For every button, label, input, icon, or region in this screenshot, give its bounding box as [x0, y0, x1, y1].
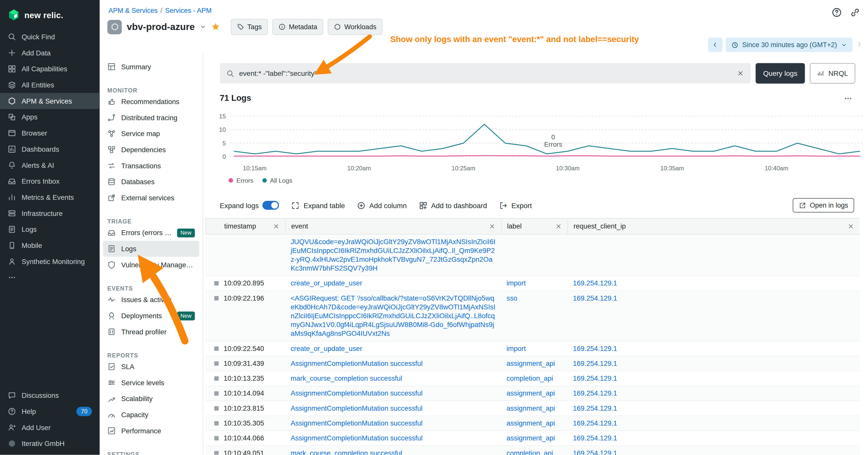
- table-row[interactable]: 10:10:13.235 mark_course_completion succ…: [206, 371, 860, 386]
- permalink-icon[interactable]: [850, 7, 861, 18]
- sidebar-item[interactable]: Alerts & AI: [0, 157, 99, 173]
- open-in-logs-button[interactable]: Open in logs: [793, 198, 854, 213]
- sidebar-item[interactable]: APM & Services: [0, 93, 99, 109]
- add-column-button[interactable]: Add column: [357, 201, 407, 209]
- subnav-item[interactable]: Dependencies: [103, 141, 199, 158]
- subnav-item[interactable]: Databases: [103, 174, 199, 190]
- expand-logs-toggle[interactable]: [262, 201, 279, 209]
- subnav-item[interactable]: Thread profiler: [103, 324, 199, 340]
- sidebar-item[interactable]: Infrastructure: [0, 205, 99, 222]
- row-marker-icon[interactable]: [214, 281, 219, 286]
- row-marker-icon[interactable]: [214, 451, 219, 455]
- subnav-item[interactable]: Deployments New: [103, 307, 199, 324]
- table-row[interactable]: 10:10:49.051 mark_course_completion succ…: [206, 446, 860, 455]
- subnav-item[interactable]: Vulnerability Management: [103, 257, 199, 273]
- label-link[interactable]: assignment_api: [506, 420, 555, 427]
- sidebar-footer-item[interactable]: Add User: [0, 420, 99, 435]
- sidebar-item[interactable]: Browser: [0, 125, 99, 141]
- ip-link[interactable]: 169.254.129.1: [573, 390, 617, 397]
- subnav-item[interactable]: Issues & activity: [103, 292, 199, 308]
- chart-more-menu-icon[interactable]: [843, 94, 852, 103]
- subnav-item[interactable]: Recommendations: [103, 94, 199, 109]
- ip-link[interactable]: 169.254.129.1: [573, 280, 617, 287]
- sidebar-item[interactable]: Dashboards: [0, 141, 99, 157]
- row-marker-icon[interactable]: [214, 377, 219, 381]
- entity-chip-button[interactable]: Tags: [230, 19, 268, 35]
- add-to-dashboard-button[interactable]: Add to dashboard: [419, 201, 487, 209]
- entity-chip-button[interactable]: Workloads: [328, 19, 382, 35]
- label-link[interactable]: import: [506, 280, 526, 287]
- subnav-item[interactable]: Capacity: [103, 407, 199, 423]
- ip-link[interactable]: 169.254.129.1: [573, 360, 617, 367]
- label-link[interactable]: assignment_api: [506, 390, 555, 397]
- event-link[interactable]: AssignmentCompletionMutation successful: [290, 434, 423, 442]
- export-button[interactable]: Export: [499, 201, 532, 209]
- ip-link[interactable]: 169.254.129.1: [573, 294, 617, 302]
- expand-table-button[interactable]: Expand table: [291, 201, 345, 209]
- sidebar-item[interactable]: Errors Inbox: [0, 173, 99, 189]
- label-link[interactable]: import: [506, 345, 526, 353]
- sidebar-footer-item[interactable]: Iterativ GmbH: [0, 435, 99, 452]
- event-link[interactable]: JUQVU&code=eyJraWQiOiJjcGltY29yZV8wOTl1M…: [290, 238, 495, 272]
- subnav-item[interactable]: Service map: [103, 126, 199, 142]
- sidebar-item[interactable]: All Capabilities: [0, 61, 99, 77]
- table-row[interactable]: 10:10:44.066 AssignmentCompletionMutatio…: [206, 431, 860, 446]
- sidebar-item[interactable]: All Entities: [0, 77, 99, 93]
- table-row[interactable]: 10:10:14.094 AssignmentCompletionMutatio…: [206, 386, 860, 401]
- entity-chip-button[interactable]: Metadata: [272, 19, 323, 35]
- logs-query-text[interactable]: event:* -"label":"security": [239, 69, 732, 77]
- ip-link[interactable]: 169.254.129.1: [573, 404, 617, 413]
- sidebar-item[interactable]: Add Data: [0, 45, 99, 61]
- event-link[interactable]: mark_course_completion successful: [290, 375, 402, 383]
- ip-link[interactable]: 169.254.129.1: [573, 420, 617, 427]
- column-header[interactable]: timestamp: [206, 219, 285, 234]
- table-row[interactable]: 10:09:22.540 create_or_update_user impor…: [206, 342, 860, 356]
- subnav-item[interactable]: SLA: [103, 358, 199, 375]
- remove-column-icon[interactable]: [273, 223, 279, 229]
- event-link[interactable]: <ASGIRequest: GET '/sso/callback/?state=…: [290, 294, 496, 337]
- time-back-button[interactable]: [708, 37, 722, 52]
- query-logs-button[interactable]: Query logs: [755, 63, 805, 84]
- table-row[interactable]: 10:09:22.196 <ASGIRequest: GET '/sso/cal…: [206, 291, 860, 342]
- label-link[interactable]: assignment_api: [506, 360, 555, 367]
- nrql-button[interactable]: NRQL: [810, 63, 855, 84]
- row-marker-icon[interactable]: [214, 296, 219, 300]
- sidebar-footer-item[interactable]: Discussions: [0, 388, 99, 403]
- table-row[interactable]: JUQVU&code=eyJraWQiOiJjcGltY29yZV8wOTl1M…: [206, 234, 860, 276]
- ip-link[interactable]: 169.254.129.1: [573, 375, 617, 383]
- subnav-item[interactable]: Distributed tracing: [103, 109, 199, 126]
- sidebar-item[interactable]: Synthetic Monitoring: [0, 254, 99, 269]
- entity-switcher-chevron-icon[interactable]: [199, 24, 206, 30]
- event-link[interactable]: AssignmentCompletionMutation successful: [290, 390, 423, 397]
- breadcrumb-link-apm[interactable]: APM & Services: [108, 6, 158, 14]
- subnav-item[interactable]: Errors (errors inb... New: [103, 225, 199, 241]
- ip-link[interactable]: 169.254.129.1: [573, 450, 617, 455]
- label-link[interactable]: sso: [506, 294, 518, 302]
- label-link[interactable]: assignment_api: [506, 404, 555, 413]
- label-link[interactable]: completion_api: [506, 375, 553, 383]
- subnav-item[interactable]: Summary: [103, 59, 199, 75]
- column-header[interactable]: label: [501, 219, 567, 234]
- row-marker-icon[interactable]: [214, 436, 219, 441]
- row-marker-icon[interactable]: [214, 391, 219, 396]
- sidebar-item[interactable]: [0, 269, 99, 286]
- sidebar-footer-item[interactable]: Help 70: [0, 403, 99, 420]
- table-row[interactable]: 10:09:31.439 AssignmentCompletionMutatio…: [206, 357, 860, 371]
- sidebar-item[interactable]: Metrics & Events: [0, 189, 99, 205]
- sidebar-item[interactable]: Logs: [0, 222, 99, 237]
- label-link[interactable]: assignment_api: [506, 434, 555, 442]
- table-row[interactable]: 10:10:35.305 AssignmentCompletionMutatio…: [206, 416, 860, 431]
- legend-item[interactable]: All Logs: [262, 177, 292, 184]
- ip-link[interactable]: 169.254.129.1: [573, 345, 617, 353]
- remove-column-icon[interactable]: [847, 223, 854, 229]
- column-header[interactable]: event: [285, 219, 501, 234]
- event-link[interactable]: create_or_update_user: [290, 280, 362, 287]
- breadcrumb-link-services[interactable]: Services - APM: [165, 6, 212, 14]
- table-row[interactable]: 10:10:23.815 AssignmentCompletionMutatio…: [206, 401, 860, 416]
- new-relic-logo[interactable]: new relic.: [0, 0, 99, 29]
- event-link[interactable]: create_or_update_user: [290, 345, 362, 353]
- subnav-item[interactable]: Logs: [103, 240, 199, 257]
- event-link[interactable]: AssignmentCompletionMutation successful: [290, 404, 423, 413]
- legend-item[interactable]: Errors: [228, 177, 253, 184]
- subnav-item[interactable]: External services: [103, 190, 199, 206]
